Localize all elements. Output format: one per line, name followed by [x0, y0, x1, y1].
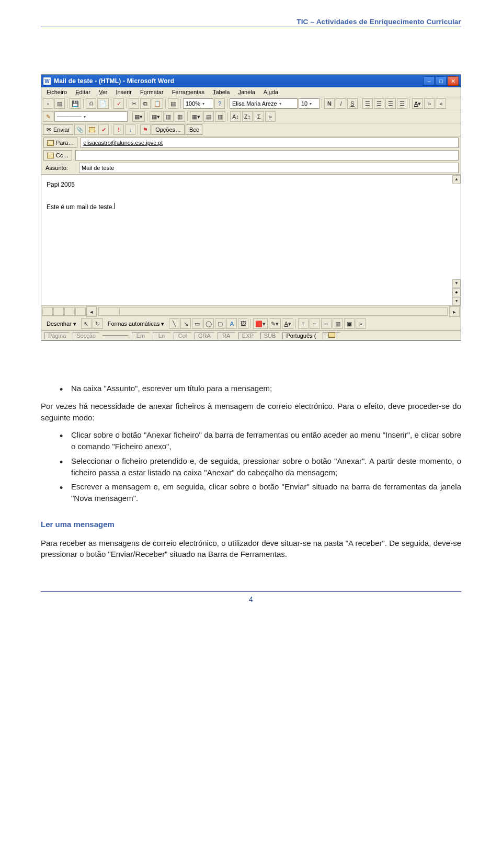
close-button[interactable]: ✕: [448, 76, 459, 86]
minimize-button[interactable]: –: [424, 76, 435, 86]
font-size-combo[interactable]: 10: [299, 98, 320, 109]
menu-ajuda[interactable]: Ajuda: [260, 88, 282, 96]
menu-editar[interactable]: Editar: [72, 88, 94, 96]
line-icon[interactable]: ╲: [169, 318, 179, 329]
menu-formatar[interactable]: Formatar: [136, 88, 167, 96]
align-cells-icon[interactable]: ▦▾: [190, 111, 202, 122]
hscroll-thumb[interactable]: [99, 308, 120, 315]
status-language[interactable]: Português (: [282, 332, 320, 339]
check-names-icon[interactable]: ✔: [98, 124, 109, 135]
font-color-icon[interactable]: A▾: [412, 98, 423, 109]
clipart-icon[interactable]: 🖼: [238, 318, 248, 329]
menu-inserir[interactable]: Inserir: [112, 88, 135, 96]
draw-table-icon[interactable]: ✎: [43, 111, 53, 122]
oval-icon[interactable]: ◯: [203, 318, 214, 329]
maximize-button[interactable]: □: [436, 76, 447, 86]
print-layout-view-icon[interactable]: [64, 307, 75, 316]
underline-button[interactable]: S: [347, 98, 358, 109]
scroll-page-down-button[interactable]: ▾: [452, 297, 461, 305]
arrow-style-icon[interactable]: ↔: [321, 318, 332, 329]
menu-tabela[interactable]: Tabela: [209, 88, 233, 96]
para-button[interactable]: Para…: [43, 138, 77, 148]
open-icon[interactable]: ▤: [54, 98, 65, 109]
draw-menu[interactable]: Desenhar ▾: [43, 320, 80, 328]
status-book-icon[interactable]: [323, 332, 340, 339]
para-input[interactable]: elisacastro@alunos.ese.ipvc.pt: [81, 138, 459, 148]
dash-style-icon[interactable]: ┄: [310, 318, 320, 329]
send-button[interactable]: ✉ Enviar: [43, 124, 73, 135]
insert-table-icon[interactable]: ▦▾: [150, 111, 162, 122]
help-icon[interactable]: ?: [214, 98, 225, 109]
importance-high-icon[interactable]: !: [113, 124, 124, 135]
sort-asc-icon[interactable]: A↕: [230, 111, 241, 122]
print-preview-icon[interactable]: 📄: [97, 98, 109, 109]
message-body-editor[interactable]: Papi 2005 Este é um mail de teste. ▲ ▼ ●…: [41, 175, 461, 305]
print-icon[interactable]: ⎙: [86, 98, 96, 109]
columns-icon[interactable]: ▤: [168, 98, 178, 109]
cc-button[interactable]: Cc…: [43, 150, 72, 161]
spellcheck-icon[interactable]: ✓: [113, 98, 124, 109]
flag-icon[interactable]: ⚑: [140, 124, 151, 135]
bold-button[interactable]: N: [324, 98, 335, 109]
line-color-icon[interactable]: ✎▾: [269, 318, 281, 329]
scroll-up-button[interactable]: ▲: [452, 175, 461, 184]
copy-icon[interactable]: ⧉: [140, 98, 151, 109]
font-color-draw-icon[interactable]: A▾: [282, 318, 293, 329]
options-button[interactable]: Opções…: [152, 124, 185, 135]
align-left-icon[interactable]: ☰: [362, 98, 373, 109]
shadow-icon[interactable]: ▧: [333, 318, 343, 329]
sort-desc-icon[interactable]: Z↕: [242, 111, 253, 122]
distribute-cols-icon[interactable]: ▥: [215, 111, 225, 122]
split-cells-icon[interactable]: ▥: [175, 111, 185, 122]
hscroll-right-button[interactable]: ▸: [449, 306, 460, 317]
rectangle-icon[interactable]: ▭: [192, 318, 202, 329]
rotate-icon[interactable]: ↻: [93, 318, 103, 329]
line-style-combo[interactable]: ──────: [54, 111, 128, 122]
new-doc-icon[interactable]: ▫: [43, 98, 53, 109]
three-d-icon[interactable]: ▣: [344, 318, 355, 329]
menu-janela[interactable]: Janela: [234, 88, 258, 96]
select-objects-icon[interactable]: ↖: [81, 318, 92, 329]
hscrollbar[interactable]: [98, 307, 448, 316]
scroll-down-button[interactable]: ▼: [452, 279, 461, 288]
menu-ver[interactable]: Ver: [95, 88, 111, 96]
save-icon[interactable]: 💾: [70, 98, 81, 109]
bcc-button[interactable]: Bcc: [186, 124, 202, 135]
browse-object-button[interactable]: ●: [452, 288, 461, 296]
hscroll-left-button[interactable]: ◂: [86, 306, 97, 317]
status-em: Em: [132, 332, 150, 339]
menu-ficheiro[interactable]: Ficheiro: [43, 88, 71, 96]
outline-view-icon[interactable]: [75, 307, 86, 316]
paste-icon[interactable]: 📋: [152, 98, 163, 109]
italic-button[interactable]: I: [336, 98, 346, 109]
line-style-icon[interactable]: ≡: [298, 318, 309, 329]
attach-icon[interactable]: 📎: [74, 124, 86, 135]
cc-input[interactable]: [75, 150, 459, 161]
align-justify-icon[interactable]: ☰: [397, 98, 407, 109]
more-buttons-icon[interactable]: »: [265, 111, 276, 122]
address-book-icon[interactable]: [87, 124, 97, 135]
align-right-icon[interactable]: ☰: [385, 98, 396, 109]
distribute-rows-icon[interactable]: ▤: [203, 111, 214, 122]
menu-ferramentas[interactable]: Ferramentas: [168, 88, 208, 96]
web-layout-view-icon[interactable]: [53, 307, 64, 316]
assunto-input[interactable]: Mail de teste: [79, 163, 459, 173]
fill-color-icon[interactable]: 🟥▾: [253, 318, 268, 329]
cut-icon[interactable]: ✂: [129, 98, 139, 109]
more-buttons-icon[interactable]: »: [424, 98, 435, 109]
toolbar-options-icon[interactable]: »: [436, 98, 446, 109]
more-buttons-icon[interactable]: »: [356, 318, 366, 329]
align-center-icon[interactable]: ☰: [374, 98, 384, 109]
importance-low-icon[interactable]: ↓: [125, 124, 135, 135]
merge-cells-icon[interactable]: ▥: [163, 111, 174, 122]
normal-view-icon[interactable]: [42, 307, 53, 316]
address-book-icon: [47, 140, 54, 146]
textbox-icon[interactable]: ▢: [215, 318, 225, 329]
arrow-icon[interactable]: ↘: [180, 318, 191, 329]
border-icon[interactable]: ▦▾: [132, 111, 145, 122]
wordart-icon[interactable]: A: [226, 318, 237, 329]
font-name-combo[interactable]: Elisa Maria Areze: [230, 98, 298, 109]
autoshapes-menu[interactable]: Formas automáticas ▾: [104, 320, 168, 328]
zoom-combo[interactable]: 100%: [183, 98, 213, 109]
autosum-icon[interactable]: Σ: [254, 111, 264, 122]
